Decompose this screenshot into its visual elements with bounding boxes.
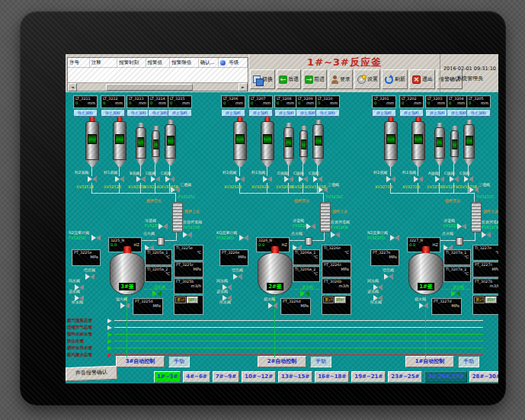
instant-mode-button[interactable]: 瞬时: [485, 297, 496, 303]
pressure-display: PT_3225cMPa: [174, 261, 203, 277]
nav-page-button[interactable]: 4#~6#: [183, 371, 210, 383]
valve-icon[interactable]: [235, 176, 245, 183]
pipe: [91, 167, 92, 176]
level-display: LT_32120mm: [101, 95, 125, 108]
alarm-table-scrollbar[interactable]: ◄ ►: [68, 82, 248, 91]
instant-mode-button[interactable]: 瞬时: [187, 297, 197, 303]
valve-icon[interactable]: [373, 284, 383, 291]
totalizer-mode-button[interactable]: 累计: [175, 297, 186, 303]
feed-status-label[interactable]: 停止加料: [399, 109, 424, 117]
valve-icon[interactable]: [331, 232, 340, 239]
valve-icon[interactable]: [88, 176, 97, 183]
nav-page-button[interactable]: 1#~3#: [154, 371, 181, 383]
valve-icon[interactable]: [284, 176, 293, 183]
nav-page-button[interactable]: 3#,26#,27#: [424, 371, 466, 383]
scroll-left-button[interactable]: ◄: [68, 83, 77, 91]
valve-icon[interactable]: [451, 290, 460, 297]
valve-icon[interactable]: [386, 176, 395, 183]
login-button[interactable]: 登录: [328, 69, 353, 89]
valve-icon[interactable]: [151, 176, 160, 183]
feed-status-label[interactable]: 停止加料: [248, 109, 273, 117]
instant-mode-button[interactable]: 瞬时: [335, 297, 345, 303]
valve-tag: XV3252B: [104, 184, 121, 189]
valve-icon[interactable]: [115, 176, 124, 183]
three-way-valve-icon[interactable]: [319, 187, 328, 194]
valve-icon[interactable]: [268, 303, 277, 309]
valve-icon[interactable]: [450, 176, 459, 183]
nav-page-button[interactable]: 19#~21#: [351, 371, 386, 383]
valve-icon[interactable]: [239, 235, 248, 242]
valve-tag: XV3264C: [292, 184, 309, 189]
three-way-valve-icon[interactable]: [469, 187, 479, 194]
valve-label: 进水阀: [154, 284, 165, 289]
manual-mode-button[interactable]: 手动: [168, 356, 190, 367]
sound-alarm-ack-button[interactable]: 声音报警确认: [66, 366, 117, 381]
manual-mode-button[interactable]: 手动: [458, 356, 479, 367]
scroll-right-button[interactable]: ►: [238, 83, 248, 91]
settings-button[interactable]: 设置: [354, 69, 380, 89]
nav-page-button[interactable]: 16#~18#: [315, 371, 349, 383]
auto-control-button[interactable]: 1#自动控制: [405, 356, 454, 367]
pipe-header-label: 蒸汽凝水总管: [67, 352, 92, 357]
refresh-button[interactable]: 刷新: [382, 69, 408, 89]
valve-icon[interactable]: [85, 274, 94, 281]
auto-control-button[interactable]: 2#自动控制: [258, 356, 306, 367]
nav-page-button[interactable]: 23#~25#: [388, 371, 422, 383]
valve-icon[interactable]: [384, 274, 393, 281]
valve-icon[interactable]: [419, 303, 428, 309]
feed-status-label[interactable]: 停止加料: [168, 109, 192, 117]
totalizer-mode-button[interactable]: 累计: [474, 297, 485, 303]
valve-icon[interactable]: [120, 303, 130, 309]
valve-icon[interactable]: [91, 235, 101, 242]
valve-icon[interactable]: [414, 176, 423, 183]
feed-status-label[interactable]: 停止加料: [466, 109, 491, 117]
forward-button[interactable]: 前进: [303, 69, 327, 89]
nav-page-button[interactable]: 13#~15#: [278, 371, 312, 383]
feed-status-label[interactable]: 停止加料: [221, 109, 245, 117]
feed-status-label[interactable]: 停止加料: [101, 109, 125, 117]
valve-icon[interactable]: [300, 290, 309, 297]
valve-icon[interactable]: [136, 176, 146, 183]
valve-icon[interactable]: [222, 295, 232, 302]
valve-icon[interactable]: [464, 176, 473, 183]
valve-icon[interactable]: [183, 232, 192, 239]
three-way-valve-icon[interactable]: [171, 187, 180, 194]
temperature-display: TI_3227e℃: [472, 245, 498, 261]
valve-icon[interactable]: [306, 223, 315, 230]
valve-icon[interactable]: [313, 176, 322, 183]
valve-icon[interactable]: [373, 295, 383, 302]
valve-icon[interactable]: [435, 176, 444, 183]
valve-icon[interactable]: [263, 176, 272, 183]
nav-page-button[interactable]: 10#~12#: [242, 371, 276, 383]
feed-status-label[interactable]: 停止加料: [73, 109, 98, 117]
metering-tank: [411, 117, 425, 167]
valve-icon[interactable]: [152, 290, 162, 297]
valve-icon[interactable]: [457, 223, 466, 230]
totalizer-mode-button[interactable]: 累计: [323, 297, 334, 303]
valve-icon[interactable]: [75, 284, 84, 291]
auto-control-button[interactable]: 3#自动控制: [116, 356, 165, 367]
condenser-label: 搅拌空水: [146, 198, 162, 203]
exit-button[interactable]: 退出: [409, 69, 435, 89]
back-button[interactable]: 后退: [277, 69, 301, 89]
tank-level-screen: [465, 136, 472, 146]
level-display: LT_32130mm: [126, 95, 149, 108]
valve-label: 三通阀: [479, 182, 490, 187]
switch-button[interactable]: 切换: [250, 69, 275, 89]
nav-page-button[interactable]: 28#~30#: [469, 371, 498, 383]
valve-icon[interactable]: [390, 235, 399, 242]
scrollbar-thumb[interactable]: [106, 84, 193, 91]
feed-status-label[interactable]: 停止加料: [315, 109, 340, 117]
valve-icon[interactable]: [165, 176, 174, 183]
valve-tag: FV3225C: [178, 194, 196, 199]
valve-icon[interactable]: [75, 295, 84, 302]
manual-mode-button[interactable]: 手动: [310, 356, 331, 367]
valve-icon[interactable]: [158, 223, 168, 230]
title-toolbar-area: 1#~3#反应釜 切换 后退 前进 登录 设置 刷新 退出 报警确认: [248, 54, 440, 92]
valve-icon[interactable]: [233, 274, 242, 281]
nav-page-button[interactable]: 7#~9#: [213, 371, 239, 383]
feed-status-label[interactable]: 停止加料: [372, 109, 396, 117]
valve-icon[interactable]: [482, 232, 491, 239]
valve-icon[interactable]: [222, 284, 232, 291]
valve-icon[interactable]: [299, 176, 308, 183]
